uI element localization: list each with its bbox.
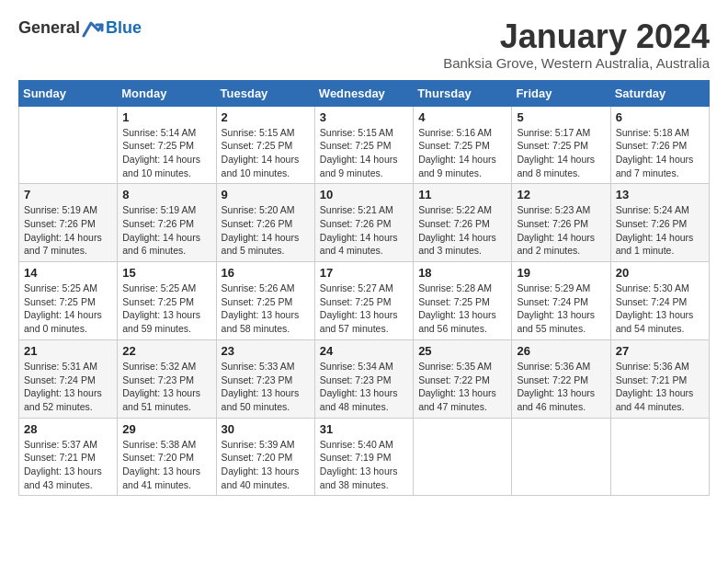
calendar-cell: 13Sunrise: 5:24 AMSunset: 7:26 PMDayligh…	[610, 184, 709, 262]
column-header-saturday: Saturday	[610, 80, 709, 106]
logo-blue-text: Blue	[106, 18, 142, 38]
calendar-cell: 11Sunrise: 5:22 AMSunset: 7:26 PMDayligh…	[414, 184, 512, 262]
day-number: 19	[517, 266, 605, 280]
day-number: 20	[616, 266, 704, 280]
day-info: Sunrise: 5:19 AMSunset: 7:26 PMDaylight:…	[24, 203, 112, 258]
calendar-cell: 18Sunrise: 5:28 AMSunset: 7:25 PMDayligh…	[414, 262, 512, 340]
calendar-cell: 22Sunrise: 5:32 AMSunset: 7:23 PMDayligh…	[118, 339, 216, 418]
day-number: 1	[122, 110, 210, 124]
day-info: Sunrise: 5:28 AMSunset: 7:25 PMDaylight:…	[418, 282, 506, 336]
day-number: 25	[418, 344, 506, 358]
calendar-body: 1Sunrise: 5:14 AMSunset: 7:25 PMDaylight…	[19, 106, 710, 496]
column-header-thursday: Thursday	[414, 80, 512, 106]
calendar-cell: 2Sunrise: 5:15 AMSunset: 7:25 PMDaylight…	[216, 106, 314, 184]
calendar-cell: 10Sunrise: 5:21 AMSunset: 7:26 PMDayligh…	[314, 184, 413, 262]
day-number: 17	[320, 266, 408, 280]
calendar-cell	[512, 418, 610, 496]
day-number: 29	[122, 422, 210, 436]
day-number: 23	[222, 344, 310, 358]
calendar-cell: 3Sunrise: 5:15 AMSunset: 7:25 PMDaylight…	[314, 106, 413, 184]
calendar-cell: 26Sunrise: 5:36 AMSunset: 7:22 PMDayligh…	[512, 339, 610, 418]
calendar-cell: 27Sunrise: 5:36 AMSunset: 7:21 PMDayligh…	[610, 339, 709, 418]
day-info: Sunrise: 5:26 AMSunset: 7:25 PMDaylight:…	[222, 282, 310, 336]
header-row: SundayMondayTuesdayWednesdayThursdayFrid…	[19, 80, 710, 106]
day-number: 22	[122, 344, 210, 358]
calendar-cell: 23Sunrise: 5:33 AMSunset: 7:23 PMDayligh…	[216, 339, 314, 418]
day-number: 24	[320, 344, 408, 358]
day-info: Sunrise: 5:34 AMSunset: 7:23 PMDaylight:…	[320, 360, 408, 414]
column-header-wednesday: Wednesday	[314, 80, 413, 106]
day-info: Sunrise: 5:36 AMSunset: 7:21 PMDaylight:…	[616, 360, 704, 414]
day-info: Sunrise: 5:18 AMSunset: 7:26 PMDaylight:…	[616, 126, 704, 180]
title-block: January 2024 Banksia Grove, Western Aust…	[443, 18, 710, 71]
calendar-cell: 9Sunrise: 5:20 AMSunset: 7:26 PMDaylight…	[216, 184, 314, 262]
calendar-week-row: 21Sunrise: 5:31 AMSunset: 7:24 PMDayligh…	[19, 339, 710, 418]
calendar-cell: 15Sunrise: 5:25 AMSunset: 7:25 PMDayligh…	[118, 262, 216, 340]
logo-general-text: General	[18, 18, 80, 38]
calendar-cell: 31Sunrise: 5:40 AMSunset: 7:19 PMDayligh…	[314, 418, 413, 496]
calendar-cell: 30Sunrise: 5:39 AMSunset: 7:20 PMDayligh…	[216, 418, 314, 496]
day-number: 10	[320, 188, 408, 201]
day-info: Sunrise: 5:20 AMSunset: 7:26 PMDaylight:…	[222, 203, 310, 258]
day-number: 12	[517, 188, 605, 201]
day-number: 27	[616, 344, 704, 358]
day-info: Sunrise: 5:19 AMSunset: 7:26 PMDaylight:…	[122, 203, 210, 258]
day-number: 6	[616, 110, 704, 124]
day-number: 2	[222, 110, 310, 124]
day-number: 7	[24, 188, 112, 201]
day-info: Sunrise: 5:40 AMSunset: 7:19 PMDaylight:…	[320, 438, 408, 492]
calendar-cell: 6Sunrise: 5:18 AMSunset: 7:26 PMDaylight…	[610, 106, 709, 184]
calendar-cell: 16Sunrise: 5:26 AMSunset: 7:25 PMDayligh…	[216, 262, 314, 340]
calendar-header: SundayMondayTuesdayWednesdayThursdayFrid…	[19, 80, 710, 106]
day-info: Sunrise: 5:16 AMSunset: 7:25 PMDaylight:…	[418, 126, 506, 180]
calendar-cell: 17Sunrise: 5:27 AMSunset: 7:25 PMDayligh…	[314, 262, 413, 340]
day-info: Sunrise: 5:33 AMSunset: 7:23 PMDaylight:…	[222, 360, 310, 414]
calendar-week-row: 28Sunrise: 5:37 AMSunset: 7:21 PMDayligh…	[19, 418, 710, 496]
day-info: Sunrise: 5:38 AMSunset: 7:20 PMDaylight:…	[122, 438, 210, 492]
logo: General Blue	[18, 18, 142, 38]
day-info: Sunrise: 5:32 AMSunset: 7:23 PMDaylight:…	[122, 360, 210, 414]
day-info: Sunrise: 5:25 AMSunset: 7:25 PMDaylight:…	[122, 282, 210, 336]
day-number: 15	[122, 266, 210, 280]
day-number: 28	[24, 422, 112, 436]
calendar-cell	[414, 418, 512, 496]
day-info: Sunrise: 5:15 AMSunset: 7:25 PMDaylight:…	[222, 126, 310, 180]
day-number: 31	[320, 422, 408, 436]
day-info: Sunrise: 5:21 AMSunset: 7:26 PMDaylight:…	[320, 203, 408, 258]
column-header-tuesday: Tuesday	[216, 80, 314, 106]
day-number: 30	[222, 422, 310, 436]
day-number: 26	[517, 344, 605, 358]
calendar-week-row: 7Sunrise: 5:19 AMSunset: 7:26 PMDaylight…	[19, 184, 710, 262]
day-number: 11	[418, 188, 506, 201]
day-number: 13	[616, 188, 704, 201]
month-year-title: January 2024	[443, 18, 710, 55]
day-number: 8	[122, 188, 210, 201]
day-info: Sunrise: 5:29 AMSunset: 7:24 PMDaylight:…	[517, 282, 605, 336]
calendar-cell	[19, 106, 118, 184]
calendar-cell: 5Sunrise: 5:17 AMSunset: 7:25 PMDaylight…	[512, 106, 610, 184]
day-info: Sunrise: 5:25 AMSunset: 7:25 PMDaylight:…	[24, 282, 112, 336]
calendar-cell: 29Sunrise: 5:38 AMSunset: 7:20 PMDayligh…	[118, 418, 216, 496]
day-number: 3	[320, 110, 408, 124]
calendar-week-row: 1Sunrise: 5:14 AMSunset: 7:25 PMDaylight…	[19, 106, 710, 184]
day-info: Sunrise: 5:31 AMSunset: 7:24 PMDaylight:…	[24, 360, 112, 414]
day-number: 21	[24, 344, 112, 358]
day-info: Sunrise: 5:27 AMSunset: 7:25 PMDaylight:…	[320, 282, 408, 336]
day-info: Sunrise: 5:15 AMSunset: 7:25 PMDaylight:…	[320, 126, 408, 180]
calendar-cell: 14Sunrise: 5:25 AMSunset: 7:25 PMDayligh…	[19, 262, 118, 340]
day-info: Sunrise: 5:22 AMSunset: 7:26 PMDaylight:…	[418, 203, 506, 258]
calendar-cell: 7Sunrise: 5:19 AMSunset: 7:26 PMDaylight…	[19, 184, 118, 262]
calendar-cell	[610, 418, 709, 496]
calendar-table: SundayMondayTuesdayWednesdayThursdayFrid…	[18, 80, 710, 497]
day-number: 18	[418, 266, 506, 280]
calendar-cell: 20Sunrise: 5:30 AMSunset: 7:24 PMDayligh…	[610, 262, 709, 340]
column-header-monday: Monday	[118, 80, 216, 106]
day-number: 14	[24, 266, 112, 280]
day-info: Sunrise: 5:37 AMSunset: 7:21 PMDaylight:…	[24, 438, 112, 492]
calendar-week-row: 14Sunrise: 5:25 AMSunset: 7:25 PMDayligh…	[19, 262, 710, 340]
day-info: Sunrise: 5:23 AMSunset: 7:26 PMDaylight:…	[517, 203, 605, 258]
day-info: Sunrise: 5:17 AMSunset: 7:25 PMDaylight:…	[517, 126, 605, 180]
day-info: Sunrise: 5:14 AMSunset: 7:25 PMDaylight:…	[122, 126, 210, 180]
calendar-cell: 19Sunrise: 5:29 AMSunset: 7:24 PMDayligh…	[512, 262, 610, 340]
calendar-cell: 21Sunrise: 5:31 AMSunset: 7:24 PMDayligh…	[19, 339, 118, 418]
